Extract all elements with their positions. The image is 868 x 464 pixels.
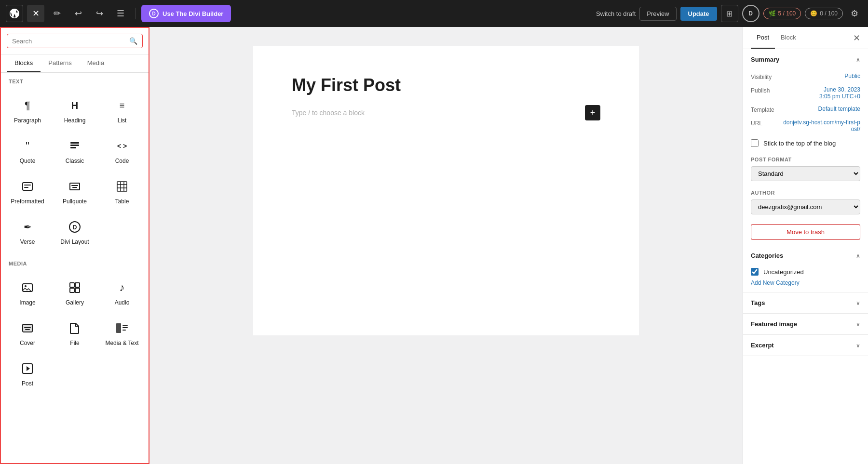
svg-rect-27 <box>122 325 128 326</box>
svg-marker-31 <box>27 366 30 371</box>
search-input[interactable] <box>12 38 126 45</box>
block-image[interactable]: Image <box>5 273 50 312</box>
template-label: Template <box>751 106 774 113</box>
summary-header[interactable]: Summary ∧ <box>743 49 868 70</box>
url-row: URL donjetv.sg-host.com/my-first-post/ <box>743 116 868 135</box>
category-uncategorized: Uncategorized <box>743 266 868 278</box>
featured-image-header[interactable]: Featured image ∨ <box>743 314 868 334</box>
tab-post[interactable]: Post <box>751 27 775 49</box>
block-verse[interactable]: ✒ Verse <box>5 212 50 251</box>
classic-icon <box>66 137 83 155</box>
tags-chevron: ∨ <box>856 300 860 306</box>
summary-chevron: ∧ <box>856 56 860 63</box>
post-icon <box>19 360 36 377</box>
svg-rect-26 <box>116 323 121 333</box>
seo-score-badge[interactable]: 🌿 5 / 100 <box>763 8 801 19</box>
list-view-btn[interactable]: ☰ <box>112 5 129 22</box>
publish-value[interactable]: June 30, 20233:05 pm UTC+0 <box>819 86 860 100</box>
block-audio[interactable]: ♪ Audio <box>99 273 145 312</box>
editor-area: My First Post Type / to choose a block + <box>149 27 743 464</box>
svg-rect-29 <box>122 330 126 331</box>
search-icon: 🔍 <box>129 37 137 45</box>
verse-icon: ✒ <box>19 218 36 236</box>
preview-btn[interactable]: Preview <box>639 7 676 21</box>
tab-block[interactable]: Block <box>775 27 802 49</box>
gallery-label: Gallery <box>66 299 84 306</box>
url-value[interactable]: donjetv.sg-host.com/my-first-post/ <box>783 119 860 133</box>
divider <box>135 8 136 19</box>
block-media-text[interactable]: Media & Text <box>99 314 145 352</box>
cover-icon <box>19 319 36 337</box>
post-format-select[interactable]: Standard Aside Image Video Quote Link <box>751 166 860 181</box>
preformatted-icon <box>19 178 36 195</box>
edit-btn[interactable]: ✏ <box>48 5 66 22</box>
table-icon <box>113 178 131 195</box>
excerpt-header[interactable]: Excerpt ∨ <box>743 335 868 356</box>
quote-icon: " <box>19 137 36 155</box>
visibility-value[interactable]: Public <box>844 73 860 80</box>
svg-rect-8 <box>72 187 77 188</box>
block-pullquote[interactable]: Pullquote <box>52 172 97 211</box>
block-heading[interactable]: H Heading <box>52 91 97 130</box>
block-cover[interactable]: Cover <box>5 314 50 352</box>
tab-media[interactable]: Media <box>80 54 112 72</box>
featured-image-title: Featured image <box>751 320 797 328</box>
block-post[interactable]: Post <box>5 354 50 393</box>
svg-rect-1 <box>70 145 79 146</box>
layout-toggle-btn[interactable]: ⊞ <box>721 5 738 22</box>
undo-btn[interactable]: ↩ <box>69 5 87 22</box>
post-title[interactable]: My First Post <box>292 75 600 95</box>
topbar: ✕ ✏ ↩ ↪ ☰ D Use The Divi Builder Switch … <box>0 0 868 27</box>
svg-rect-6 <box>70 183 80 190</box>
block-divi-layout[interactable]: D Divi Layout <box>52 212 97 251</box>
stick-to-top-checkbox[interactable] <box>751 139 759 147</box>
block-classic[interactable]: Classic <box>52 132 97 170</box>
categories-header[interactable]: Categories ∧ <box>743 245 868 266</box>
svg-text:D: D <box>73 224 77 231</box>
post-editor: My First Post Type / to choose a block + <box>253 46 639 335</box>
tags-header[interactable]: Tags ∨ <box>743 292 868 313</box>
quote-label: Quote <box>20 158 36 164</box>
category-checkbox[interactable] <box>751 268 759 276</box>
tab-blocks[interactable]: Blocks <box>7 54 41 72</box>
settings-btn[interactable]: ⚙ <box>847 6 862 21</box>
block-preformatted[interactable]: Preformatted <box>5 172 50 211</box>
template-value[interactable]: Default template <box>818 106 860 112</box>
readability-score-badge[interactable]: 😊 0 / 100 <box>805 8 843 19</box>
summary-title: Summary <box>751 56 779 63</box>
divi-builder-button[interactable]: D Use The Divi Builder <box>141 5 231 22</box>
search-bar: 🔍 <box>1 28 149 54</box>
svg-rect-21 <box>75 288 80 292</box>
text-section-label: TEXT <box>1 73 149 87</box>
move-to-trash-btn[interactable]: Move to trash <box>751 224 860 240</box>
add-new-category-link[interactable]: Add New Category <box>743 278 868 292</box>
author-select[interactable]: deezgrafix@gmail.com <box>751 199 860 214</box>
block-quote[interactable]: " Quote <box>5 132 50 170</box>
featured-image-section: Featured image ∨ <box>743 314 868 335</box>
block-table[interactable]: Table <box>99 172 145 211</box>
add-block-btn[interactable]: + <box>585 105 600 120</box>
main-layout: 🔍 Blocks Patterns Media TEXT ¶ Paragraph… <box>0 27 868 464</box>
paragraph-label: Paragraph <box>14 117 41 124</box>
block-gallery[interactable]: Gallery <box>52 273 97 312</box>
search-input-wrap[interactable]: 🔍 <box>7 34 143 48</box>
close-settings-btn[interactable]: ✕ <box>853 33 860 43</box>
wp-logo[interactable] <box>6 5 23 22</box>
switch-draft-btn[interactable]: Switch to draft <box>596 10 636 17</box>
divi-circle-icon[interactable]: D <box>742 5 760 22</box>
readability-score-value: 0 / 100 <box>820 10 838 17</box>
close-panel-btn[interactable]: ✕ <box>27 5 44 22</box>
paragraph-icon: ¶ <box>19 97 36 114</box>
tab-patterns[interactable]: Patterns <box>41 54 79 72</box>
svg-rect-24 <box>24 327 31 328</box>
post-label: Post <box>22 380 33 387</box>
pullquote-icon <box>66 178 83 195</box>
block-list[interactable]: ≡ List <box>99 91 145 130</box>
update-btn[interactable]: Update <box>680 7 717 21</box>
block-code[interactable]: < > Code <box>99 132 145 170</box>
block-placeholder-text[interactable]: Type / to choose a block <box>292 109 365 117</box>
block-paragraph[interactable]: ¶ Paragraph <box>5 91 50 130</box>
redo-btn[interactable]: ↪ <box>91 5 108 22</box>
block-inserter-panel: 🔍 Blocks Patterns Media TEXT ¶ Paragraph… <box>0 27 149 464</box>
block-file[interactable]: File <box>52 314 97 352</box>
